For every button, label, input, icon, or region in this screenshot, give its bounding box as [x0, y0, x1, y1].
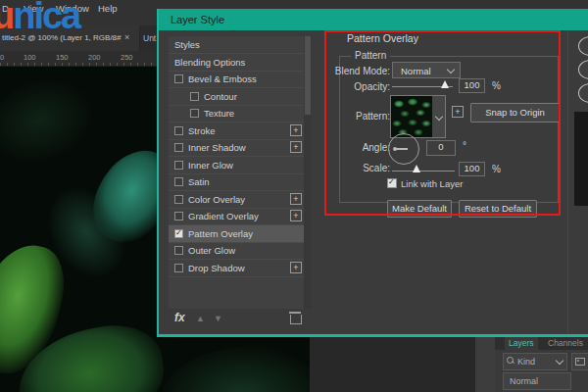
sidebar-item-inner-glow[interactable]: Inner Glow — [169, 157, 312, 174]
panel-divider — [567, 31, 568, 334]
sidebar-item-label: Contour — [204, 91, 237, 102]
new-style-button-partial[interactable] — [578, 83, 588, 103]
style-preview-swatch — [574, 112, 588, 206]
panel-dock-strip — [475, 337, 495, 392]
filter-type-button[interactable] — [571, 353, 588, 370]
sidebar-item-stroke[interactable]: Stroke + — [169, 122, 312, 140]
delete-effect-icon[interactable] — [290, 315, 302, 324]
screenshot-root: D View Window Help unica titled-2 @ 100%… — [0, 0, 588, 392]
tab-close-icon[interactable]: × — [124, 32, 129, 42]
move-down-icon[interactable]: ▼ — [214, 314, 222, 323]
sidebar-item-satin[interactable]: Satin — [169, 173, 312, 191]
styles-list-footer: fx ▲ ▼ — [169, 309, 463, 330]
sidebar-item-inner-shadow[interactable]: Inner Shadow + — [169, 139, 312, 157]
checkbox[interactable] — [174, 161, 183, 170]
sidebar-item-label: Gradient Overlay — [188, 211, 259, 221]
sidebar-item-drop-shadow[interactable]: Drop Shadow + — [169, 260, 312, 277]
sidebar-item-texture[interactable]: Texture — [169, 105, 312, 122]
styles-list: Styles Blending Options Bevel & Emboss C… — [169, 36, 312, 309]
logo-part-u: u — [0, 0, 13, 36]
dialog-title-bar[interactable]: Layer Style — [159, 9, 588, 30]
unica-logo: unica — [0, 0, 79, 37]
sidebar-item-label: Blending Options — [174, 57, 245, 68]
tab-layers[interactable]: Layers — [505, 337, 538, 350]
sidebar-item-label: Styles — [174, 39, 200, 50]
sidebar-item-label: Bevel & Emboss — [188, 74, 257, 84]
layers-panel-tabs: Layers Channels — [495, 337, 588, 350]
blend-mode-value: Normal — [510, 376, 538, 386]
layers-panel: Layers Channels Kind Normal — [495, 337, 588, 392]
ruler-tick: 200 — [88, 53, 101, 62]
logo-part-nica: nica — [13, 0, 79, 36]
chevron-down-icon — [556, 357, 564, 365]
sidebar-item-label: Satin — [188, 176, 210, 187]
fx-icon[interactable]: fx — [174, 311, 185, 324]
sidebar-item-label: Drop Shadow — [188, 263, 245, 273]
add-instance-button[interactable]: + — [290, 210, 302, 221]
add-instance-button[interactable]: + — [290, 262, 302, 273]
add-instance-button[interactable]: + — [290, 124, 302, 136]
checkbox[interactable] — [190, 109, 199, 118]
sidebar-item-label: Stroke — [188, 125, 215, 136]
add-instance-button[interactable]: + — [290, 193, 302, 205]
ruler-tick: 0 — [0, 53, 4, 62]
menu-item-help[interactable]: Help — [98, 3, 118, 14]
checkbox[interactable] — [190, 92, 199, 101]
sidebar-item-label: Pattern Overlay — [188, 228, 253, 239]
sidebar-item-label: Texture — [204, 108, 234, 119]
layer-filter-kind-dropdown[interactable]: Kind — [503, 353, 567, 370]
sidebar-item-bevel-emboss[interactable]: Bevel & Emboss — [169, 71, 312, 88]
checkbox[interactable] — [174, 195, 183, 204]
annotation-highlight-rectangle — [324, 30, 561, 216]
dialog-title-text: Layer Style — [171, 14, 224, 25]
checkbox[interactable] — [174, 177, 183, 186]
ruler-tick: 250 — [121, 53, 133, 62]
checkbox[interactable] — [174, 74, 183, 83]
sidebar-item-blending-options[interactable]: Blending Options — [169, 54, 312, 72]
kind-filter-label: Kind — [517, 357, 535, 367]
checkbox[interactable] — [174, 264, 183, 272]
document-tab2-title: Unt — [143, 33, 156, 43]
sidebar-item-color-overlay[interactable]: Color Overlay + — [169, 191, 312, 209]
tab-channels[interactable]: Channels — [544, 337, 587, 350]
move-up-icon[interactable]: ▲ — [196, 314, 205, 323]
image-filter-icon — [575, 358, 585, 366]
sidebar-item-label: Outer Glow — [188, 245, 235, 256]
ruler-tick: 150 — [56, 53, 69, 62]
checkbox[interactable] — [174, 126, 183, 135]
sidebar-item-pattern-overlay[interactable]: ✓ Pattern Overlay — [169, 225, 312, 243]
check-icon: ✓ — [175, 228, 182, 237]
sidebar-item-label: Inner Shadow — [188, 142, 246, 153]
search-icon — [507, 357, 514, 364]
layer-blend-mode-dropdown[interactable]: Normal — [503, 372, 571, 390]
checkbox-checked[interactable]: ✓ — [174, 229, 183, 238]
document-tab-second[interactable]: Unt — [140, 25, 157, 51]
leaf-shape — [162, 346, 310, 392]
sidebar-item-gradient-overlay[interactable]: Gradient Overlay + — [169, 208, 312, 225]
ok-button-partial[interactable] — [578, 36, 588, 56]
ruler-tick: 100 — [24, 53, 36, 62]
sidebar-item-contour[interactable]: Contour — [169, 88, 312, 106]
sidebar-item-label: Inner Glow — [188, 160, 233, 171]
checkbox[interactable] — [174, 143, 183, 152]
checkbox[interactable] — [174, 246, 183, 255]
sidebar-item-styles[interactable]: Styles — [169, 36, 312, 54]
checkbox[interactable] — [174, 212, 183, 220]
cancel-button-partial[interactable] — [578, 60, 588, 79]
leaf-shape — [0, 69, 101, 172]
sidebar-item-outer-glow[interactable]: Outer Glow — [169, 242, 312, 260]
sidebar-item-label: Color Overlay — [188, 194, 245, 205]
